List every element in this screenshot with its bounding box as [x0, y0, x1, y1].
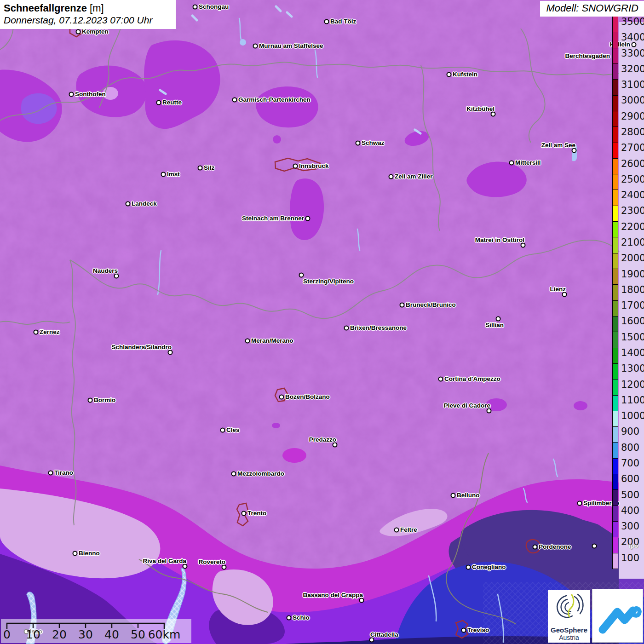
colorbar-value: 2100: [621, 237, 644, 248]
city-dot-icon: [521, 243, 526, 248]
city-label: Sillian: [485, 322, 504, 328]
colorbar-cell: [613, 237, 618, 253]
weather-map-screen: SchongauBad TölzKemptenMurnau am Staffel…: [0, 0, 644, 644]
city-dot-icon: [69, 92, 74, 97]
city-dot-icon: [466, 565, 471, 570]
city-label: Belluno: [457, 492, 480, 499]
city-dot-icon: [73, 551, 78, 556]
city-label: Schlanders/Silandro: [111, 344, 172, 351]
city-dot-icon: [461, 628, 466, 633]
colorbar-value: 2400: [621, 190, 644, 201]
city-dot-icon: [220, 428, 225, 433]
city-label: Kempten: [82, 28, 109, 35]
city-dot-icon: [232, 98, 237, 103]
title-parameter: Schneefallgrenze: [4, 2, 87, 14]
city-dot-icon: [447, 72, 452, 77]
city-dot-icon: [279, 395, 284, 400]
city-label: Meran/Merano: [251, 337, 293, 344]
city-label: Conegliano: [472, 564, 506, 570]
scalebar-label: 60km: [148, 628, 181, 641]
colorbar-value: 3200: [621, 63, 644, 75]
colorbar-value: 300: [621, 521, 639, 532]
magenta-spot: [282, 448, 306, 463]
city-label: Nauders: [93, 267, 118, 274]
colorbar-value: 1000: [621, 410, 644, 421]
city-dot-icon: [245, 339, 250, 344]
city-dot-icon: [299, 273, 304, 278]
city-label: Sterzing/Vipiteno: [303, 278, 354, 285]
city-dot-icon: [577, 501, 582, 506]
city-dot-icon: [438, 377, 443, 382]
city-dot-icon: [156, 100, 161, 105]
city-dot-icon: [562, 292, 567, 297]
colorbar-value: 1800: [621, 284, 644, 295]
colorbar-cell: [613, 221, 618, 237]
colorbar-value: 600: [621, 473, 639, 484]
colorbar-value: 2700: [621, 142, 644, 153]
colorbar-cell: [613, 395, 618, 411]
city-dot-icon: [114, 274, 119, 279]
colorbar-cell: [613, 521, 618, 537]
colorbar-cell: [613, 269, 618, 284]
colorbar-value: 3000: [621, 95, 644, 106]
colorbar-value: 3400: [621, 32, 644, 43]
colorbar-cell: [613, 206, 618, 221]
city-dot-icon: [572, 148, 577, 153]
city-dot-icon: [222, 565, 227, 570]
city-label: Murnau am Staffelsee: [259, 42, 323, 49]
map-title-box: Schneefallgrenze [m] Donnerstag, 07.12.2…: [0, 0, 176, 29]
city-dot-icon: [48, 471, 53, 476]
colorbar-cell: [613, 174, 618, 190]
city-label: Treviso: [467, 627, 489, 633]
city-dot-icon: [198, 166, 203, 171]
colorbar-cell: [613, 126, 618, 142]
colorbar-legend: 3500340033003200310030002900280027002600…: [612, 16, 618, 569]
colorbar-cell: [613, 348, 618, 363]
city-label: Reutte: [162, 99, 182, 106]
city-label: Innsbruck: [299, 162, 329, 169]
colorbar-value: 2800: [621, 126, 644, 138]
colorbar-cell: [613, 111, 618, 126]
city-dot-icon: [231, 472, 236, 477]
city-dot-icon: [400, 303, 405, 308]
colorbar-value: 1700: [621, 300, 644, 311]
colorbar-value: 3500: [621, 16, 644, 27]
colorbar-cell: [613, 190, 618, 205]
scalebar-label: 30: [78, 628, 93, 641]
colorbar-cell: [613, 95, 618, 111]
city-label: Landeck: [132, 200, 157, 207]
distance-scalebar: 0102030405060km: [1, 619, 191, 643]
colorbar-cell: [613, 79, 618, 95]
city-dot-icon: [34, 330, 39, 335]
city-label: Zell am See: [541, 142, 575, 149]
city-label: Zernez: [40, 328, 60, 335]
city-dot-icon: [324, 19, 329, 24]
colorbar-cell: [613, 458, 618, 474]
geosphere-swirl-icon: [548, 590, 590, 623]
city-label: Schwaz: [362, 139, 385, 146]
city-label: Cortina d'Ampezzo: [444, 375, 500, 382]
city-label: Pieve di Cadore: [444, 402, 490, 409]
city-label: Bad Tölz: [330, 18, 356, 25]
city-label: Trento: [247, 510, 266, 517]
colorbar-value: 700: [621, 458, 639, 469]
city-label: Rovereto: [198, 558, 225, 565]
city-dot-icon: [451, 493, 456, 498]
city-label: Silz: [204, 164, 214, 171]
colorbar-value: 2600: [621, 158, 644, 169]
city-dot-icon: [76, 29, 81, 34]
city-dot-icon: [533, 545, 538, 550]
colorbar-cell: [613, 32, 618, 47]
city-label: Steinach am Brenner: [242, 215, 304, 222]
city-label: Kitzbühel: [466, 105, 494, 112]
city-dot-icon: [592, 544, 597, 549]
colorbar-cell: [613, 63, 618, 79]
colorbar-value: 1500: [621, 332, 644, 343]
city-dot-icon: [491, 112, 496, 117]
colorbar-value: 1900: [621, 269, 644, 280]
city-dot-icon: [193, 5, 198, 10]
scalebar-label: 50: [131, 628, 145, 641]
colorbar-cell: [613, 426, 618, 442]
city-label: Mezzolombardo: [237, 470, 284, 477]
colorbar-value: 400: [621, 505, 639, 516]
